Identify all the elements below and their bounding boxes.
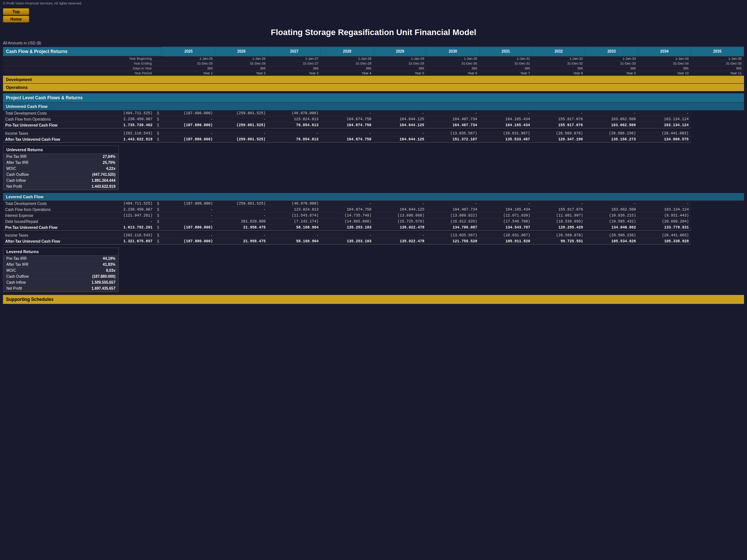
aftertax-unlevered-row: After-Tax Unlevered Cash Flow 1.443.622.… bbox=[3, 136, 744, 142]
year-2027: 2027 bbox=[268, 47, 321, 56]
unlevered-cf-label: Unlevered Cash Flow bbox=[3, 103, 744, 111]
cf-section-header: Cash Flow & Project Returns bbox=[3, 47, 162, 56]
levered-returns-box: Levered Returns Pre-Tax IRR 44,19% After… bbox=[3, 248, 119, 292]
pretax-unlevered-row: Pre-Tax Unlevered Cash Flow 1.735.739.46… bbox=[3, 122, 744, 128]
year-2029: 2029 bbox=[374, 47, 427, 56]
tdc-2032: - bbox=[479, 111, 532, 116]
year-2028: 2028 bbox=[321, 47, 374, 56]
pretax-irr-label: Pre-Tax IRR bbox=[6, 155, 27, 159]
lev-aftertax-irr-val: 41,93% bbox=[103, 262, 115, 267]
moic-row: MOIC 4,22x bbox=[3, 166, 118, 172]
lev-cash-inflow-val: 1.509.555.657 bbox=[92, 280, 115, 284]
tdc-2030: - bbox=[374, 111, 427, 116]
year-2026: 2026 bbox=[215, 47, 268, 56]
lev-cash-outflow-label: Cash Outflow bbox=[6, 274, 29, 279]
year-2031: 2031 bbox=[479, 47, 532, 56]
pretax-irr-val: 27,84% bbox=[103, 155, 115, 159]
cfo-total: 2.230.450.987 bbox=[104, 116, 155, 122]
lev-cfo-row: Cash Flow from Operations 2.230.450.987 … bbox=[3, 206, 744, 212]
lev-tdc-row: Total Development Costs (494.711.525) $ … bbox=[3, 200, 744, 206]
lev-moic-label: MOIC bbox=[6, 268, 16, 273]
debt-issued-row: Debt Issued/Repaid - $ - 281.820.000 (7.… bbox=[3, 218, 744, 224]
total-dev-costs-row: Total Development Costs (494.711.525) $ … bbox=[3, 111, 744, 116]
lev-pretax-irr-val: 44,19% bbox=[103, 256, 115, 261]
lev-pretax-row: Pre-Tax Unlevered Cash Flow 1.613.792.20… bbox=[3, 224, 744, 230]
moic-label: MOIC bbox=[6, 167, 16, 171]
tdc-2031: - bbox=[427, 111, 480, 116]
pretax-irr-row: Pre-Tax IRR 27,84% bbox=[3, 154, 118, 160]
tdc-2035-a: - bbox=[638, 111, 691, 116]
top-bar: © Profit Vision Financial Services. All … bbox=[0, 0, 747, 7]
year-period-row: Year Period Year 1 Year 2 Year 3 Year 4 … bbox=[3, 71, 744, 75]
tdc-2034: - bbox=[585, 111, 638, 116]
lev-aftertax-irr-label: After Tax IRR bbox=[6, 262, 28, 267]
aftertax-unlevered-label: After-Tax Unlevered Cash Flow bbox=[3, 136, 104, 142]
cash-inflow-row: Cash Inflow 1.891.364.444 bbox=[3, 178, 118, 184]
operations-header: Operations bbox=[3, 83, 744, 91]
levered-cf-header-row: Levered Cash Flow bbox=[3, 193, 744, 201]
operations-row: Operations bbox=[3, 83, 744, 91]
net-profit-val: 1.443.622.919 bbox=[92, 184, 115, 189]
main-table: Cash Flow & Project Returns 2025 2026 20… bbox=[3, 47, 744, 143]
year-2025: 2025 bbox=[162, 47, 215, 56]
section-header-row: Cash Flow & Project Returns 2025 2026 20… bbox=[3, 47, 744, 56]
lev-aftertax-irr-row: After Tax IRR 41,93% bbox=[3, 262, 118, 268]
cash-inflow-label: Cash Inflow bbox=[6, 178, 26, 183]
total-dev-costs-label: Total Development Costs bbox=[3, 111, 104, 116]
year-2030: 2030 bbox=[427, 47, 480, 56]
total-dev-costs-total: (494.711.525) bbox=[104, 111, 155, 116]
tdc-2028: (46.970.000) bbox=[268, 111, 321, 116]
lev-net-profit-row: Net Profit 1.697.435.657 bbox=[3, 286, 118, 292]
year-2034: 2034 bbox=[638, 47, 691, 56]
currency-label: All Amounts in USD ($) bbox=[0, 40, 747, 47]
lev-net-profit-val: 1.697.435.657 bbox=[92, 286, 115, 290]
aftertax-irr-label: After Tax IRR bbox=[6, 161, 28, 165]
tdc-2027: (259.861.525) bbox=[215, 111, 268, 116]
lev-cash-outflow-val: (187.880.000) bbox=[92, 274, 115, 279]
aftertax-irr-val: 25,70% bbox=[103, 161, 115, 165]
levered-returns-header: Levered Returns bbox=[3, 248, 118, 256]
unlevered-returns-header: Unlevered Returns bbox=[3, 146, 118, 154]
interest-expense-row: Interest Expense (121.947.261) $ - - (11… bbox=[3, 212, 744, 218]
development-header: Development bbox=[3, 75, 744, 83]
cash-outflow-row: Cash Outflow (447.741.525) bbox=[3, 172, 118, 178]
net-profit-row: Net Profit 1.443.622.919 bbox=[3, 184, 118, 190]
net-profit-label: Net Profit bbox=[6, 184, 22, 189]
lev-net-profit-label: Net Profit bbox=[6, 286, 22, 290]
year-beginning-row: Year Beginning 1-Jan-25 1-Jan-26 1-Jan-2… bbox=[3, 56, 744, 61]
income-taxes-row: Income Taxes (292.116.543) $ - - - - - (… bbox=[3, 131, 744, 137]
cash-inflow-val: 1.891.364.444 bbox=[92, 178, 115, 183]
tdc-2026: (187.880.000) bbox=[162, 111, 215, 116]
cfo-row-unlevered: Cash Flow from Operations 2.230.450.987 … bbox=[3, 116, 744, 122]
lev-pretax-irr-row: Pre-Tax IRR 44,19% bbox=[3, 256, 118, 262]
lev-aftertax-row: After-Tax Unlevered Cash Flow 1.321.675.… bbox=[3, 239, 744, 245]
lev-cash-outflow-row: Cash Outflow (187.880.000) bbox=[3, 274, 118, 280]
year-ending-row: Year Ending 31-Dec-25 31-Dec-26 31-Dec-2… bbox=[3, 61, 744, 66]
tdc-2029: - bbox=[321, 111, 374, 116]
lev-cash-inflow-row: Cash Inflow 1.509.555.657 bbox=[3, 280, 118, 286]
unlevered-cf-header-row: Unlevered Cash Flow bbox=[3, 103, 744, 111]
unlevered-returns-box: Unlevered Returns Pre-Tax IRR 27,84% Aft… bbox=[3, 146, 119, 190]
year-2033: 2033 bbox=[585, 47, 638, 56]
supporting-schedules-header: Supporting Schedules bbox=[3, 295, 744, 304]
moic-val: 4,22x bbox=[106, 167, 115, 171]
main-content: Cash Flow & Project Returns 2025 2026 20… bbox=[0, 47, 747, 304]
pretax-unlevered-label: Pre-Tax Unlevered Cash Flow bbox=[3, 122, 104, 128]
cash-outflow-val: (447.741.525) bbox=[92, 172, 115, 177]
year-2032: 2032 bbox=[532, 47, 585, 56]
lev-pretax-irr-label: Pre-Tax IRR bbox=[6, 256, 27, 261]
home-button[interactable]: Home bbox=[3, 16, 29, 22]
year-2035: 2035 bbox=[691, 47, 744, 56]
lev-moic-row: MOIC 8,03x bbox=[3, 268, 118, 274]
nav-buttons: Top Home bbox=[0, 7, 747, 24]
page-title: Floating Storage Regasification Unit Fin… bbox=[0, 24, 747, 40]
lev-moic-val: 8,03x bbox=[106, 268, 115, 273]
top-button[interactable]: Top bbox=[3, 8, 29, 15]
development-row: Development bbox=[3, 75, 744, 83]
copyright-text: © Profit Vision Financial Services. All … bbox=[3, 1, 82, 5]
levered-table: Levered Cash Flow Total Development Cost… bbox=[3, 193, 744, 245]
cfo-label: Cash Flow from Operations bbox=[3, 116, 104, 122]
project-level-header: Project Level Cash Flows & Returns bbox=[3, 93, 744, 103]
lev-cash-inflow-label: Cash Inflow bbox=[6, 280, 26, 284]
lev-income-taxes-row: Income Taxes (292.116.543) $ - - - - - (… bbox=[3, 233, 744, 239]
